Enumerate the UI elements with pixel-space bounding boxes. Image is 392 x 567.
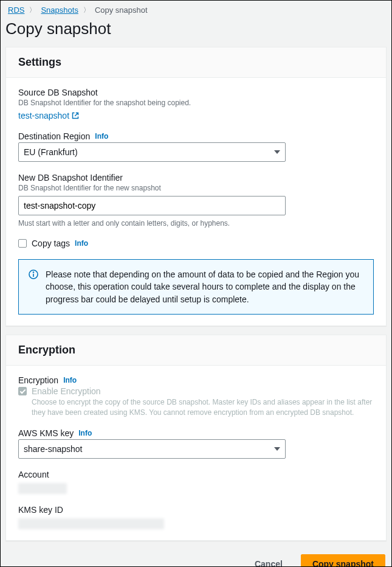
- enable-encryption-desc: Choose to encrypt the copy of the source…: [18, 397, 374, 418]
- encryption-header: Encryption: [6, 335, 386, 366]
- enable-encryption-label: Enable Encryption: [32, 386, 101, 396]
- settings-header: Settings: [6, 47, 386, 78]
- page-title: Copy snapshot: [5, 17, 389, 47]
- svg-point-2: [33, 272, 34, 273]
- destination-region-info[interactable]: Info: [95, 132, 108, 141]
- encryption-info[interactable]: Info: [63, 376, 77, 384]
- settings-title: Settings: [18, 56, 374, 69]
- copy-tags-row: Copy tags Info: [18, 238, 374, 248]
- encryption-label: Encryption: [18, 375, 58, 385]
- copy-tags-checkbox[interactable]: [18, 239, 27, 248]
- kms-key-value: share-snapshot: [24, 444, 83, 454]
- cancel-button[interactable]: Cancel: [244, 554, 294, 567]
- source-snapshot-label: Source DB Snapshot: [18, 88, 374, 97]
- source-snapshot-field: Source DB Snapshot DB Snapshot Identifie…: [18, 88, 374, 120]
- info-icon: [29, 270, 38, 279]
- info-alert-text: Please note that depending on the amount…: [46, 268, 363, 305]
- copy-snapshot-button[interactable]: Copy snapshot: [301, 554, 385, 567]
- source-snapshot-link[interactable]: test-snapshot: [18, 111, 79, 120]
- new-snapshot-id-field: New DB Snapshot Identifier DB Snapshot I…: [18, 173, 374, 228]
- enable-encryption-checkbox: [18, 387, 27, 395]
- new-snapshot-id-hint: Must start with a letter and only contai…: [18, 219, 374, 228]
- kms-key-info[interactable]: Info: [78, 429, 92, 437]
- destination-region-select[interactable]: EU (Frankfurt): [18, 142, 286, 162]
- source-snapshot-desc: DB Snapshot Identifier for the snapshot …: [18, 99, 374, 107]
- chevron-right-icon: 〉: [29, 5, 36, 15]
- kms-key-id-label: KMS key ID: [18, 505, 374, 515]
- copy-tags-label: Copy tags: [32, 238, 70, 248]
- breadcrumb-root[interactable]: RDS: [8, 5, 24, 15]
- encryption-field: Encryption Info Enable Encryption Choose…: [18, 375, 374, 418]
- account-field: Account: [18, 470, 374, 494]
- destination-region-label: Destination Region: [18, 131, 90, 141]
- breadcrumb: RDS 〉 Snapshots 〉 Copy snapshot: [3, 5, 389, 17]
- kms-key-label: AWS KMS key: [18, 428, 74, 438]
- kms-key-field: AWS KMS key Info share-snapshot: [18, 428, 374, 459]
- footer-actions: Cancel Copy snapshot: [3, 549, 389, 567]
- kms-key-select[interactable]: share-snapshot: [18, 439, 286, 459]
- destination-region-value: EU (Frankfurt): [24, 147, 78, 157]
- destination-region-field: Destination Region Info EU (Frankfurt): [18, 131, 374, 162]
- account-value-redacted: [18, 483, 67, 494]
- source-snapshot-link-text: test-snapshot: [18, 111, 69, 120]
- breadcrumb-current: Copy snapshot: [95, 5, 148, 15]
- external-link-icon: [72, 112, 79, 119]
- caret-down-icon: [274, 447, 280, 451]
- breadcrumb-parent[interactable]: Snapshots: [41, 5, 78, 15]
- caret-down-icon: [274, 150, 280, 154]
- new-snapshot-id-label: New DB Snapshot Identifier: [18, 173, 374, 183]
- kms-key-id-field: KMS key ID: [18, 505, 374, 529]
- encryption-title: Encryption: [18, 344, 374, 357]
- copy-tags-info[interactable]: Info: [75, 239, 88, 248]
- settings-panel: Settings Source DB Snapshot DB Snapshot …: [5, 47, 387, 326]
- chevron-right-icon: 〉: [83, 5, 90, 15]
- kms-key-id-value-redacted: [18, 518, 164, 529]
- new-snapshot-id-desc: DB Snapshot Identifier for the new snaps…: [18, 184, 374, 192]
- info-alert: Please note that depending on the amount…: [18, 259, 374, 315]
- encryption-panel: Encryption Encryption Info Enable Encryp…: [5, 335, 387, 541]
- new-snapshot-id-input[interactable]: [18, 196, 286, 215]
- account-label: Account: [18, 470, 374, 479]
